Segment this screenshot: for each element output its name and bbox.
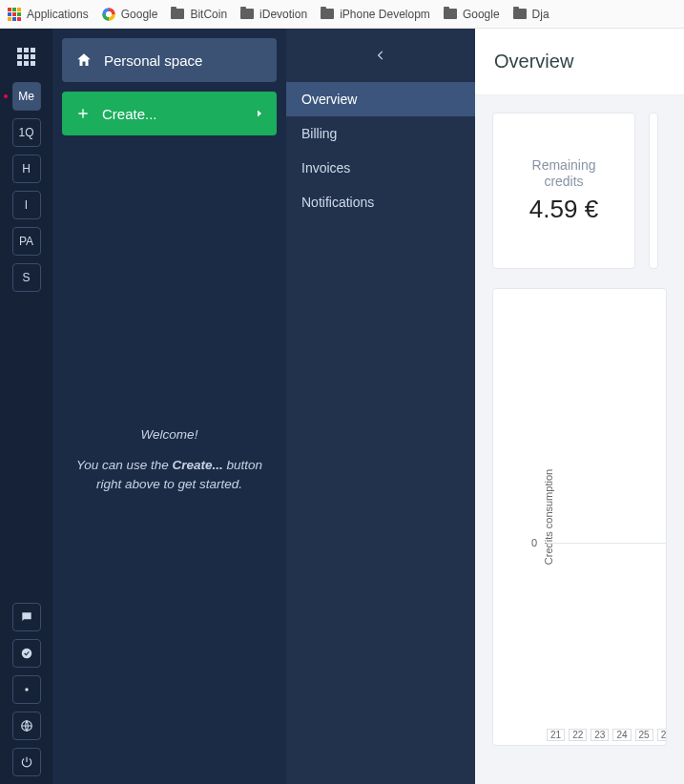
personal-space-button[interactable]: Personal space	[62, 38, 277, 82]
folder-icon	[321, 9, 334, 19]
welcome-title: Welcome!	[141, 425, 198, 444]
folder-icon	[444, 9, 457, 19]
nav-item-notifications[interactable]: Notifications	[286, 185, 475, 219]
chart-xtick: 23	[591, 729, 609, 741]
chart-xtick: 21	[547, 729, 565, 741]
page-title: Overview	[475, 29, 684, 95]
settings-button[interactable]	[12, 675, 41, 704]
card-label: Remainingcredits	[532, 157, 596, 188]
org-pill[interactable]: I	[12, 191, 41, 219]
chart-ylabel: Credits consumption	[543, 469, 554, 565]
back-button[interactable]	[286, 29, 475, 82]
welcome-text: You can use the Create... button right a…	[76, 456, 262, 495]
org-pill[interactable]: PA	[12, 227, 41, 256]
google-icon	[102, 8, 115, 21]
svg-point-1	[25, 688, 29, 691]
plus-icon	[75, 106, 91, 121]
folder-icon	[171, 9, 184, 19]
home-icon	[75, 52, 93, 69]
folder-icon	[513, 9, 527, 19]
apps-grid-icon	[8, 8, 21, 21]
bookmark-label: Google	[463, 8, 500, 21]
chart-axis	[547, 543, 666, 544]
globe-icon	[20, 719, 33, 732]
org-pill[interactable]: 1Q	[12, 118, 41, 147]
status-icon	[20, 647, 33, 660]
apps-launcher-button[interactable]	[9, 38, 45, 74]
welcome-panel: Welcome! You can use the Create... butto…	[62, 145, 277, 774]
bookmark-item[interactable]: Google	[444, 8, 500, 21]
stat-cards: Remainingcredits 4.59 €	[492, 113, 667, 269]
org-pill[interactable]: H	[12, 155, 41, 183]
org-pill[interactable]: S	[12, 263, 41, 292]
bookmark-item[interactable]: Google	[102, 8, 158, 21]
bookmark-item[interactable]: iDevotion	[240, 8, 307, 21]
bookmark-apps-label: Applications	[27, 8, 89, 21]
card-value: 4.59 €	[529, 195, 598, 224]
globe-button[interactable]	[12, 712, 41, 740]
bookmark-item[interactable]: Dja	[513, 8, 549, 21]
main-body: Remainingcredits 4.59 € Credits consumpt…	[475, 95, 684, 763]
bookmark-label: iPhone Developm	[340, 8, 430, 21]
bookmark-label: iDevotion	[259, 8, 307, 21]
caret-right-icon	[254, 108, 265, 119]
rail: Me1QHIPAS	[0, 29, 52, 784]
credits-chart: Credits consumption 0 21222324252627	[492, 288, 667, 746]
org-pill[interactable]: Me	[12, 82, 41, 111]
main: Overview Remainingcredits 4.59 € Credits…	[475, 29, 684, 784]
chart-ytick-0: 0	[531, 537, 537, 548]
chevron-left-icon	[374, 49, 387, 62]
remaining-credits-card: Remainingcredits 4.59 €	[492, 113, 635, 269]
folder-icon	[240, 9, 254, 19]
chat-button[interactable]	[12, 603, 41, 631]
chat-icon	[20, 610, 33, 624]
personal-space-label: Personal space	[104, 52, 202, 69]
settings-icon	[20, 683, 33, 696]
bookmark-label: BitCoin	[190, 8, 227, 21]
nav-item-billing[interactable]: Billing	[286, 116, 475, 151]
bookmark-apps[interactable]: Applications	[8, 8, 89, 21]
chart-xticks: 21222324252627	[547, 729, 667, 741]
create-label: Create...	[102, 106, 157, 122]
chart-xtick: 25	[635, 729, 653, 741]
power-icon	[20, 755, 33, 769]
nav-item-invoices[interactable]: Invoices	[286, 151, 475, 185]
app-root: Me1QHIPAS Personal space Create... Welco…	[0, 29, 684, 784]
power-button[interactable]	[12, 748, 41, 776]
bookmark-item[interactable]: iPhone Developm	[321, 8, 430, 21]
bookmark-label: Dja	[532, 8, 549, 21]
bookmark-label: Google	[121, 8, 158, 21]
grid-icon	[17, 48, 35, 66]
browser-bookmark-bar: Applications GoogleBitCoiniDevotioniPhon…	[0, 0, 684, 29]
chart-xtick: 26	[657, 729, 667, 741]
sidebar-primary: Personal space Create... Welcome! You ca…	[52, 29, 286, 784]
create-button[interactable]: Create...	[62, 92, 277, 135]
chart-xtick: 24	[612, 729, 631, 741]
status-button[interactable]	[12, 639, 41, 668]
bookmark-item[interactable]: BitCoin	[171, 8, 227, 21]
sidebar-secondary: OverviewBillingInvoicesNotifications	[286, 29, 475, 784]
nav-item-overview[interactable]: Overview	[286, 82, 475, 116]
chart-xtick: 22	[569, 729, 587, 741]
card-peek	[649, 113, 658, 269]
svg-point-0	[21, 649, 31, 659]
